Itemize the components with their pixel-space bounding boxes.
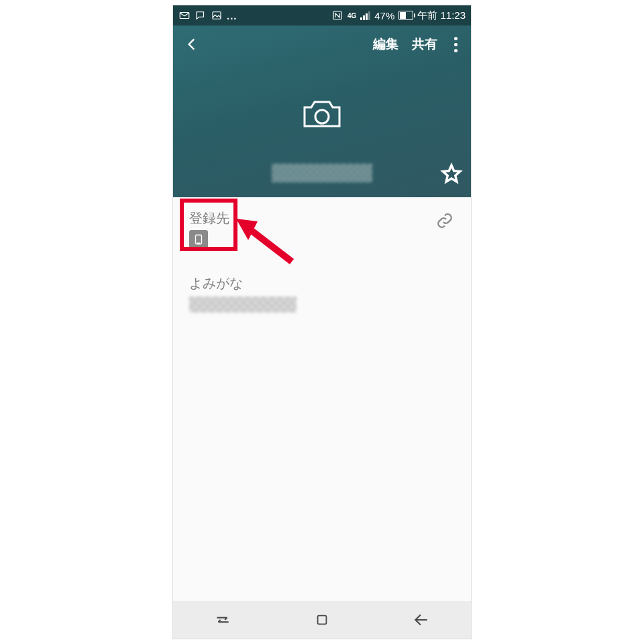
status-bar: ... 4G 47% 午前 11:23 (173, 5, 471, 25)
back-nav-button[interactable] (401, 606, 441, 633)
svg-rect-6 (318, 616, 327, 625)
home-button[interactable] (302, 606, 342, 633)
device-frame: ... 4G 47% 午前 11:23 編集 共有 (173, 5, 471, 639)
status-ellipsis: ... (227, 10, 237, 21)
image-icon (211, 9, 223, 21)
nfc-icon (331, 9, 343, 21)
contact-name-redacted (272, 164, 372, 182)
svg-point-3 (315, 110, 329, 123)
battery-icon (398, 11, 413, 20)
svg-rect-0 (180, 13, 189, 19)
link-contact-button[interactable] (433, 209, 456, 232)
phonetic-value-redacted (189, 297, 297, 313)
signal-icon (360, 11, 370, 20)
edit-button[interactable]: 編集 (366, 32, 405, 57)
svg-rect-1 (213, 12, 221, 19)
clock: 午前 11:23 (417, 9, 466, 22)
annotation-highlight-box (180, 199, 237, 251)
mail-icon (178, 9, 191, 21)
contact-header: 編集 共有 (173, 25, 471, 197)
share-button[interactable]: 共有 (405, 32, 444, 57)
network-label: 4G (347, 13, 356, 19)
favorite-button[interactable] (440, 162, 463, 188)
android-nav-bar (173, 601, 471, 639)
back-button[interactable] (177, 30, 207, 59)
more-menu-button[interactable] (444, 37, 467, 52)
battery-pct: 47% (374, 10, 394, 21)
recents-button[interactable] (203, 606, 243, 633)
add-photo-button[interactable] (301, 98, 343, 133)
chat-icon (195, 9, 207, 21)
phonetic-label: よみがな (189, 274, 456, 292)
